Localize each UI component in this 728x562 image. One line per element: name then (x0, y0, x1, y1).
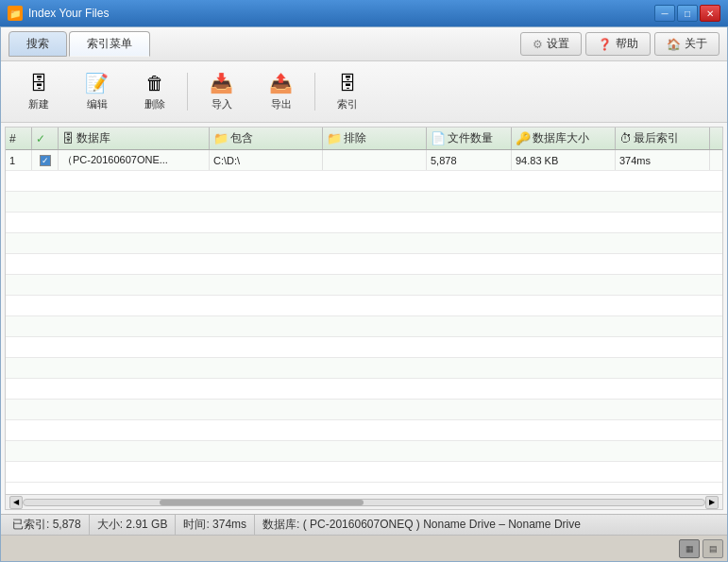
table-header: # ✓ 🗄 数据库 📁 包含 📁 排除 📄 文件数量 🔑 (6, 128, 722, 150)
help-button[interactable]: ❓ 帮助 (585, 32, 651, 56)
table-row-empty (6, 213, 722, 233)
edit-label: 编辑 (87, 97, 108, 111)
dbsize-icon: 🔑 (516, 131, 531, 145)
row-checkbox[interactable] (40, 155, 51, 166)
th-dbsize[interactable]: 🔑 数据库大小 (512, 128, 616, 149)
index-button[interactable]: 🗄 索引 (319, 68, 376, 116)
table-row-empty (6, 192, 722, 213)
scroll-thumb[interactable] (160, 500, 364, 505)
td-filecount: 5,878 (427, 150, 512, 170)
new-label: 新建 (28, 97, 49, 111)
about-button[interactable]: 🏠 关于 (654, 32, 720, 56)
delete-label: 删除 (144, 97, 165, 111)
table-row[interactable]: 1 （PC-20160607ONE... C:\D:\ 5,878 94.83 … (6, 150, 722, 171)
app-icon: 📁 (8, 6, 23, 21)
horizontal-scrollbar[interactable]: ◀ ▶ (6, 494, 722, 509)
import-button[interactable]: 📥 导入 (192, 67, 251, 116)
export-label: 导出 (271, 97, 292, 111)
td-checkbox[interactable] (32, 150, 59, 170)
scroll-track[interactable] (23, 499, 705, 506)
include-icon: 📁 (213, 131, 229, 145)
maximize-button[interactable]: □ (677, 5, 698, 22)
td-exclude (323, 150, 427, 170)
home-icon: 🏠 (667, 38, 681, 51)
table-row-empty (6, 400, 722, 420)
status-bar: 已索引: 5,878 大小: 2.91 GB 时间: 374ms 数据库: ( … (1, 514, 727, 535)
td-dbsize: 94.83 KB (512, 150, 616, 170)
title-text: Index Your Files (28, 7, 654, 20)
export-icon: 📤 (269, 72, 293, 94)
scroll-right-arrow[interactable]: ▶ (705, 496, 719, 509)
th-include[interactable]: 📁 包含 (210, 128, 323, 149)
about-label: 关于 (685, 36, 707, 52)
th-filecount[interactable]: 📄 文件数量 (427, 128, 512, 149)
close-button[interactable]: ✕ (700, 5, 720, 22)
th-num: # (6, 128, 32, 149)
toolbar-divider-2 (314, 73, 315, 111)
view-detail-button[interactable]: ▤ (703, 539, 723, 558)
table-row-empty (6, 462, 722, 483)
toolbar-divider-1 (187, 73, 188, 111)
delete-button[interactable]: 🗑 删除 (127, 68, 183, 116)
nav-right: ⚙ 设置 ❓ 帮助 🏠 关于 (520, 32, 720, 56)
table-row-empty (6, 316, 722, 337)
import-icon: 📥 (210, 72, 233, 94)
scroll-left-arrow[interactable]: ◀ (9, 496, 23, 509)
lastindex-icon: ⏱ (619, 131, 632, 145)
settings-button[interactable]: ⚙ 设置 (520, 32, 582, 56)
td-database: （PC-20160607ONE... (59, 150, 210, 170)
table-body: 1 （PC-20160607ONE... C:\D:\ 5,878 94.83 … (6, 150, 722, 494)
status-indexed: 已索引: 5,878 (5, 515, 90, 535)
th-check: ✓ (32, 128, 59, 149)
new-button[interactable]: 🗄 新建 (10, 68, 67, 116)
check-icon: ✓ (36, 132, 45, 145)
status-time: 时间: 374ms (176, 515, 255, 535)
table-row-empty (6, 233, 722, 254)
th-exclude[interactable]: 📁 排除 (323, 128, 427, 149)
table-row-empty (6, 358, 722, 379)
export-button[interactable]: 📤 导出 (251, 67, 311, 116)
edit-button[interactable]: 📝 编辑 (67, 67, 127, 116)
title-controls: ─ □ ✕ (654, 5, 720, 22)
gear-icon: ⚙ (533, 38, 543, 51)
th-database[interactable]: 🗄 数据库 (59, 128, 210, 149)
td-lastindex: 374ms (616, 150, 710, 170)
search-tab[interactable]: 搜索 (8, 31, 67, 57)
td-include: C:\D:\ (210, 150, 323, 170)
table-row-empty (6, 379, 722, 400)
help-icon: ❓ (598, 38, 612, 51)
settings-label: 设置 (547, 36, 569, 52)
exclude-icon: 📁 (327, 131, 342, 145)
table-row-empty (6, 441, 722, 462)
minimize-button[interactable]: ─ (654, 5, 675, 22)
table-row-empty (6, 171, 722, 192)
filecount-icon: 📄 (431, 131, 446, 145)
table-row-empty (6, 337, 722, 358)
help-label: 帮助 (616, 36, 638, 52)
table-row-empty (6, 254, 722, 275)
index-label: 索引 (337, 97, 358, 111)
table-container: # ✓ 🗄 数据库 📁 包含 📁 排除 📄 文件数量 🔑 (5, 127, 723, 510)
nav-bar: 搜索 索引菜单 ⚙ 设置 ❓ 帮助 🏠 关于 (1, 27, 727, 61)
database-icon: 🗄 (62, 131, 75, 145)
view-list-button[interactable]: ▦ (679, 539, 700, 558)
import-label: 导入 (212, 97, 232, 111)
td-num: 1 (6, 150, 32, 170)
index-icon: 🗄 (338, 73, 357, 94)
edit-icon: 📝 (85, 72, 109, 94)
new-icon: 🗄 (29, 73, 48, 94)
th-lastindex[interactable]: ⏱ 最后索引 (616, 128, 710, 149)
index-menu-tab[interactable]: 索引菜单 (69, 31, 150, 57)
table-row-empty (6, 275, 722, 296)
status-size: 大小: 2.91 GB (90, 515, 177, 535)
bottom-bar: ▦ ▤ (1, 535, 727, 561)
table-row-empty (6, 296, 722, 316)
main-window: 搜索 索引菜单 ⚙ 设置 ❓ 帮助 🏠 关于 🗄 新建 📝 编辑 (0, 26, 728, 562)
table-row-empty (6, 420, 722, 441)
delete-icon: 🗑 (145, 73, 164, 94)
title-bar: 📁 Index Your Files ─ □ ✕ (0, 0, 728, 26)
status-database: 数据库: ( PC-20160607ONEQ ) Noname Drive – … (255, 515, 723, 535)
toolbar: 🗄 新建 📝 编辑 🗑 删除 📥 导入 📤 导出 🗄 索引 (1, 61, 727, 123)
